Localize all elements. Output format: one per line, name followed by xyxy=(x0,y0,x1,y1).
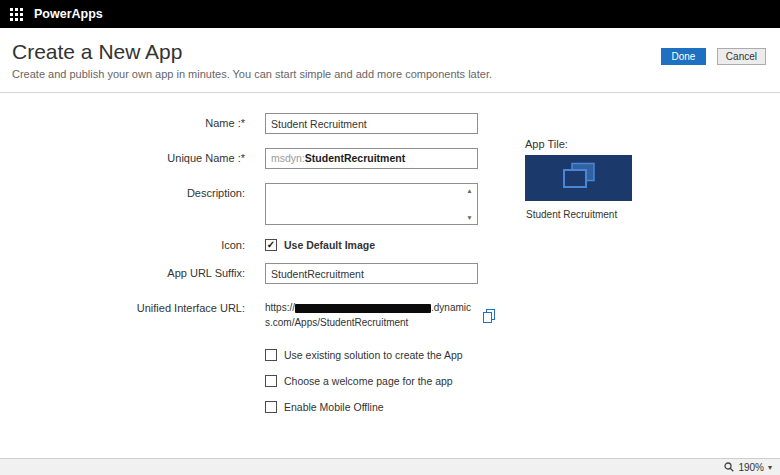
done-button[interactable]: Done xyxy=(661,48,707,65)
welcome-page-label[interactable]: Choose a welcome page for the app xyxy=(284,375,453,387)
unique-name-prefix: msdyn: xyxy=(271,152,305,164)
cancel-button[interactable]: Cancel xyxy=(717,48,766,65)
icon-row: Icon: ✓ Use Default Image xyxy=(0,235,780,251)
existing-solution-label[interactable]: Use existing solution to create the App xyxy=(284,349,463,361)
option-row: Use existing solution to create the App xyxy=(0,346,780,361)
app-icon xyxy=(561,162,597,194)
copy-icon[interactable] xyxy=(483,309,495,327)
name-input[interactable] xyxy=(265,113,478,134)
option-row: Choose a welcome page for the app xyxy=(0,372,780,387)
app-tile-label: App Tile: xyxy=(525,138,632,150)
form-content: Name :* Unique Name :* msdyn:StudentRecr… xyxy=(0,93,780,413)
unique-name-label: Unique Name :* xyxy=(0,148,265,169)
redacted-url-segment xyxy=(295,304,431,313)
unique-name-row: Unique Name :* msdyn:StudentRecruitment xyxy=(0,148,780,169)
mobile-offline-checkbox[interactable] xyxy=(265,401,277,413)
status-bar: 190% ▾ xyxy=(0,458,780,475)
app-tile-section: App Tile: Student Recruitment xyxy=(525,138,632,268)
description-textarea[interactable]: ▲ ▼ xyxy=(265,183,478,225)
app-url-suffix-row: App URL Suffix: xyxy=(0,263,780,284)
waffle-menu-icon[interactable] xyxy=(0,0,32,28)
waffle-grid-glyph xyxy=(10,8,23,21)
name-row: Name :* xyxy=(0,113,780,134)
unique-name-input[interactable]: msdyn:StudentRecruitment xyxy=(265,148,478,169)
use-default-image-option: ✓ Use Default Image xyxy=(265,235,375,251)
unified-url-row: Unified Interface URL: https://.dynamics… xyxy=(0,298,780,330)
unified-url-prefix: https:// xyxy=(265,302,295,313)
welcome-page-checkbox[interactable] xyxy=(265,375,277,387)
mobile-offline-label[interactable]: Enable Mobile Offline xyxy=(284,401,384,413)
textarea-scrollbar[interactable]: ▲ ▼ xyxy=(463,185,476,223)
unique-name-value: StudentRecruitment xyxy=(305,152,405,164)
scroll-down-icon[interactable]: ▼ xyxy=(466,214,472,221)
use-default-image-checkbox[interactable]: ✓ xyxy=(265,239,277,251)
app-name: PowerApps xyxy=(34,7,103,21)
unified-url-label: Unified Interface URL: xyxy=(0,298,265,330)
page-subtitle: Create and publish your own app in minut… xyxy=(12,68,768,80)
chevron-down-icon: ▾ xyxy=(768,463,772,472)
zoom-level: 190% xyxy=(738,462,764,473)
existing-solution-checkbox[interactable] xyxy=(265,349,277,361)
description-label: Description: xyxy=(0,183,265,223)
unified-url-text: https://.dynamics.com/Apps/StudentRecrui… xyxy=(265,298,478,330)
app-url-suffix-label: App URL Suffix: xyxy=(0,263,265,284)
app-tile-card: Student Recruitment xyxy=(525,155,632,268)
app-tile-name: Student Recruitment xyxy=(525,201,632,220)
zoom-icon xyxy=(724,462,734,472)
page-title: Create a New App xyxy=(12,40,768,64)
use-default-image-label[interactable]: Use Default Image xyxy=(284,239,375,251)
mobile-offline-option: Enable Mobile Offline xyxy=(265,398,384,413)
app-tile-image xyxy=(525,155,632,201)
top-app-bar: PowerApps xyxy=(0,0,780,28)
option-row: Enable Mobile Offline xyxy=(0,398,780,413)
app-url-suffix-input[interactable] xyxy=(265,263,478,284)
scroll-up-icon[interactable]: ▲ xyxy=(466,187,472,194)
welcome-page-option: Choose a welcome page for the app xyxy=(265,372,453,387)
description-row: Description: ▲ ▼ xyxy=(0,183,780,223)
zoom-control[interactable]: 190% ▾ xyxy=(724,462,772,473)
existing-solution-option: Use existing solution to create the App xyxy=(265,346,463,361)
name-label: Name :* xyxy=(0,113,265,134)
header-buttons: Done Cancel xyxy=(661,46,767,65)
icon-label: Icon: xyxy=(0,235,265,251)
page-header: Create a New App Create and publish your… xyxy=(0,28,780,93)
